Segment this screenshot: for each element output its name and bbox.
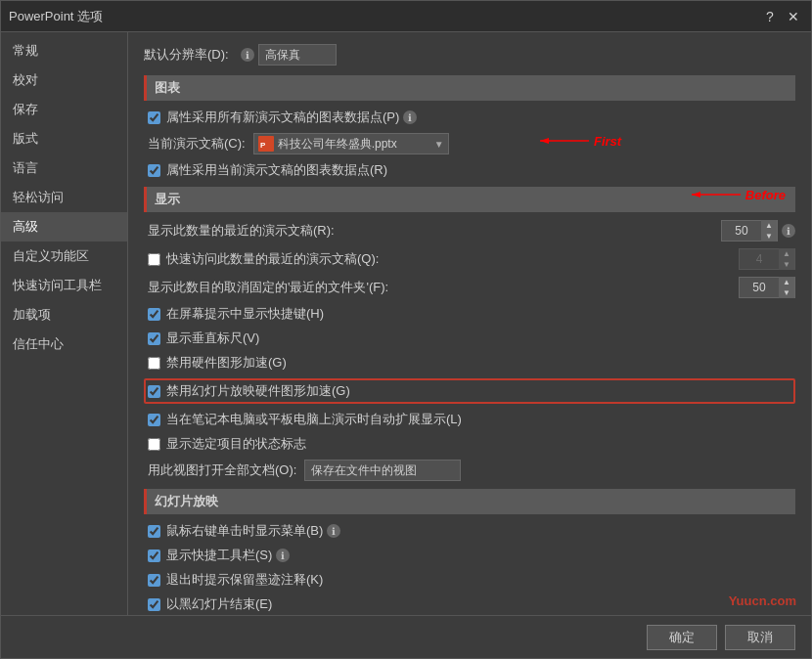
recent-docs-spinbox[interactable]: ▲ ▼ <box>721 220 778 242</box>
recent-docs-row: 显示此数量的最近的演示文稿(R): ▲ ▼ ℹ <box>144 220 795 242</box>
recent-docs-info-icon[interactable]: ℹ <box>782 224 795 238</box>
quick-access-docs-label: 快速访问此数量的最近的演示文稿(Q): <box>166 250 731 268</box>
slideshow-options: 鼠标右键单击时显示菜单(B) ℹ 显示快捷工具栏(S) ℹ 退出时提示保留墨迹注… <box>144 522 795 613</box>
quick-access-docs-checkbox[interactable] <box>148 253 160 266</box>
quick-access-docs-up: ▲ <box>779 248 794 259</box>
recent-docs-down[interactable]: ▼ <box>761 231 777 242</box>
quick-access-docs-spinbox: ▲ ▼ <box>739 248 795 270</box>
chart-all-new-row: 属性采用所有新演示文稿的图表数据点(P) ℹ <box>144 109 795 126</box>
show-screen-tips-checkbox[interactable] <box>148 308 160 321</box>
sidebar-item-accessibility[interactable]: 轻松访问 <box>1 183 127 212</box>
sidebar-item-language[interactable]: 语言 <box>1 154 127 183</box>
sidebar-item-save[interactable]: 保存 <box>1 95 127 124</box>
show-toolbar-label[interactable]: 显示快捷工具栏(S) <box>166 547 272 564</box>
main-content: 默认分辨率(D): ℹ 高保真 220 ppi 150 ppi 96 ppi 图… <box>128 32 811 615</box>
sidebar-item-general[interactable]: 常规 <box>1 36 127 66</box>
ok-button[interactable]: 确定 <box>647 625 717 650</box>
prompt-annotation-row: 退出时提示保留墨迹注释(K) <box>144 571 795 589</box>
disable-slide-hw-accel-checkbox[interactable] <box>148 385 160 398</box>
close-button[interactable]: ✕ <box>784 7 803 26</box>
auto-expand-checkbox[interactable] <box>148 414 160 426</box>
end-black-checkbox[interactable] <box>148 598 160 611</box>
show-menu-checkbox[interactable] <box>148 525 160 538</box>
sidebar-item-advanced[interactable]: 高级 <box>1 212 127 242</box>
sidebar: 常规 校对 保存 版式 语言 轻松访问 高级 自定义功能区 快速访问工具栏 加载… <box>1 32 128 615</box>
recent-docs-spinbox-btns: ▲ ▼ <box>761 220 777 242</box>
before-annotation-container: Before <box>687 185 786 204</box>
recent-folders-up[interactable]: ▲ <box>779 277 794 287</box>
quick-access-docs-input <box>740 249 779 269</box>
auto-expand-label[interactable]: 当在笔记本电脑或平板电脑上演示时自动扩展显示(L) <box>166 411 462 428</box>
view-select-wrapper: 保存在文件中的视图 普通视图 幻灯片浏览视图 备注页视图 大纲视图 <box>304 460 461 481</box>
chart-current-file-row: 属性采用当前演示文稿的图表数据点(R) <box>144 161 795 179</box>
current-file-name: 科技公司年终盛典.pptx <box>278 136 430 153</box>
recent-folders-spinbox[interactable]: ▲ ▼ <box>739 277 795 298</box>
resolution-dropdown[interactable]: 高保真 220 ppi 150 ppi 96 ppi <box>258 44 337 66</box>
sidebar-item-ribbon[interactable]: 自定义功能区 <box>1 242 127 271</box>
show-status-checkbox[interactable] <box>148 438 160 451</box>
open-view-select[interactable]: 保存在文件中的视图 普通视图 幻灯片浏览视图 备注页视图 大纲视图 <box>304 460 461 481</box>
sidebar-item-trustcenter[interactable]: 信任中心 <box>1 330 127 359</box>
current-file-dropdown-arrow: ▼ <box>434 139 444 150</box>
chart-section-header: 图表 <box>144 75 795 101</box>
svg-text:P: P <box>260 141 266 150</box>
watermark: Yuucn.com <box>729 593 796 608</box>
dialog-footer: 确定 取消 <box>1 615 811 658</box>
show-toolbar-checkbox[interactable] <box>148 549 160 562</box>
current-file-row: 当前演示文稿(C): P 科技公司年终盛典.pptx ▼ <box>144 133 795 154</box>
sidebar-item-proofing[interactable]: 校对 <box>1 66 127 95</box>
show-ruler-label[interactable]: 显示垂直标尺(V) <box>166 330 259 347</box>
quick-access-docs-down: ▼ <box>779 259 794 270</box>
show-menu-label[interactable]: 鼠标右键单击时显示菜单(B) <box>166 522 323 540</box>
first-annotation-text: First <box>594 134 621 149</box>
default-resolution-label: 默认分辨率(D): <box>144 46 229 64</box>
recent-docs-label: 显示此数量的最近的演示文稿(R): <box>148 222 713 240</box>
prompt-annotation-label[interactable]: 退出时提示保留墨迹注释(K) <box>166 571 323 589</box>
current-file-dropdown[interactable]: P 科技公司年终盛典.pptx ▼ <box>253 133 449 154</box>
show-toolbar-info-icon[interactable]: ℹ <box>276 549 290 562</box>
open-view-label: 用此视图打开全部文档(O): <box>148 461 296 479</box>
recent-folders-row: 显示此数目的取消固定的'最近的文件夹'(F): ▲ ▼ <box>144 277 795 298</box>
recent-folders-down[interactable]: ▼ <box>779 287 794 298</box>
end-black-row: 以黑幻灯片结束(E) <box>144 595 795 613</box>
chart-current-file-label[interactable]: 属性采用当前演示文稿的图表数据点(R) <box>166 161 387 179</box>
show-ruler-row: 显示垂直标尺(V) <box>144 330 795 347</box>
current-file-container: 当前演示文稿(C): P 科技公司年终盛典.pptx ▼ <box>144 133 795 154</box>
show-ruler-checkbox[interactable] <box>148 332 160 345</box>
disable-hw-accel-row: 禁用硬件图形加速(G) <box>144 354 795 372</box>
show-status-label[interactable]: 显示选定项目的状态标志 <box>166 435 306 453</box>
current-file-label: 当前演示文稿(C): <box>148 135 246 153</box>
sidebar-item-layout[interactable]: 版式 <box>1 124 127 154</box>
before-arrow-svg <box>687 185 745 204</box>
chart-current-file-checkbox[interactable] <box>148 164 160 177</box>
disable-hw-accel-checkbox[interactable] <box>148 357 160 370</box>
resolution-info-icon[interactable]: ℹ <box>241 48 254 62</box>
prompt-annotation-checkbox[interactable] <box>148 574 160 587</box>
quick-access-docs-spinbox-btns: ▲ ▼ <box>779 248 794 270</box>
disable-hw-accel-label[interactable]: 禁用硬件图形加速(G) <box>166 354 287 372</box>
pptx-file-icon: P <box>258 136 274 152</box>
slideshow-section-header: 幻灯片放映 <box>144 489 795 514</box>
dialog-body: 常规 校对 保存 版式 语言 轻松访问 高级 自定义功能区 快速访问工具栏 加载… <box>1 32 811 615</box>
disable-slide-hw-accel-label[interactable]: 禁用幻灯片放映硬件图形加速(G) <box>166 382 350 400</box>
sidebar-item-qat[interactable]: 快速访问工具栏 <box>1 271 127 300</box>
dialog: PowerPoint 选项 ? ✕ 常规 校对 保存 版式 语言 轻松访问 高级… <box>0 0 812 659</box>
display-options: 显示此数量的最近的演示文稿(R): ▲ ▼ ℹ 快速访问此数量的最近的演示文稿(… <box>144 220 795 481</box>
recent-docs-input[interactable] <box>722 221 761 241</box>
help-button[interactable]: ? <box>760 7 780 26</box>
show-screen-tips-label[interactable]: 在屏幕提示中显示快捷键(H) <box>166 305 324 323</box>
first-annotation-container: First <box>535 131 621 151</box>
recent-docs-up[interactable]: ▲ <box>761 220 777 231</box>
show-menu-info-icon[interactable]: ℹ <box>327 524 340 538</box>
chart-all-new-checkbox[interactable] <box>148 111 160 124</box>
recent-folders-input[interactable] <box>740 278 779 297</box>
disable-slide-hw-accel-row: 禁用幻灯片放映硬件图形加速(G) <box>144 378 795 404</box>
chart-all-new-label[interactable]: 属性采用所有新演示文稿的图表数据点(P) <box>166 109 399 126</box>
chart-all-new-info-icon[interactable]: ℹ <box>403 110 417 124</box>
sidebar-item-addins[interactable]: 加载项 <box>1 300 127 330</box>
cancel-button[interactable]: 取消 <box>725 625 795 650</box>
display-section-container: 显示 Before <box>144 187 795 212</box>
end-black-label[interactable]: 以黑幻灯片结束(E) <box>166 595 272 613</box>
show-screen-tips-row: 在屏幕提示中显示快捷键(H) <box>144 305 795 323</box>
quick-access-docs-row: 快速访问此数量的最近的演示文稿(Q): ▲ ▼ <box>144 248 795 270</box>
